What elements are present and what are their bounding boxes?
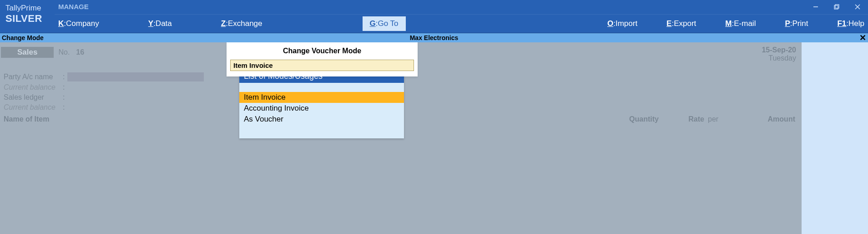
maximize-icon: [834, 4, 839, 10]
popup-title: Change Voucher Mode: [227, 42, 418, 60]
brand-edition: SILVER: [5, 13, 55, 25]
menu-email[interactable]: M:E-mail: [722, 16, 759, 31]
sub-bar: Change Mode Max Electronics ✕: [0, 33, 868, 42]
manage-row: MANAGE: [55, 0, 868, 15]
close-icon: [855, 4, 860, 10]
menu-company[interactable]: K:Company: [55, 16, 103, 31]
voucher-no-label: No.: [58, 48, 70, 56]
panel-close-button[interactable]: ✕: [859, 33, 866, 43]
voucher-type-badge: Sales: [1, 47, 54, 58]
col-qty: Quantity: [595, 115, 659, 123]
main-panel: Sales No. 16 15-Sep-20 Tuesday Party A/c…: [0, 42, 802, 234]
voucher-day: Tuesday: [762, 54, 796, 62]
minimize-button[interactable]: [805, 0, 826, 14]
voucher-no-value: 16: [76, 48, 84, 56]
voucher-date: 15-Sep-20: [762, 46, 796, 54]
svg-rect-1: [834, 5, 838, 9]
company-name: Max Electronics: [410, 34, 459, 41]
svg-rect-2: [835, 5, 839, 8]
brand: TallyPrime SILVER: [0, 0, 55, 33]
dropdown-item-item-invoice[interactable]: Item Invoice: [239, 92, 404, 103]
col-per: per: [704, 115, 732, 123]
menu-bar: K:Company Y:Data Z:Exchange G:Go To O:Im…: [55, 15, 868, 33]
balance-label-2: Current balance: [4, 103, 63, 112]
menu-goto[interactable]: G:Go To: [363, 16, 406, 31]
right-panel: [802, 42, 868, 234]
dropdown-item-as-voucher[interactable]: As Voucher: [239, 114, 404, 125]
change-voucher-mode-popup: Change Voucher Mode Item Invoice: [227, 42, 418, 76]
ledger-label: Sales ledger: [4, 93, 63, 102]
balance-label-1: Current balance: [4, 83, 63, 92]
manage-label[interactable]: MANAGE: [58, 3, 89, 11]
menu-data[interactable]: Y:Data: [145, 16, 176, 31]
party-input[interactable]: [67, 72, 204, 81]
party-label: Party A/c name: [4, 73, 63, 81]
close-button[interactable]: [847, 0, 868, 14]
brand-name: TallyPrime: [5, 4, 55, 13]
change-mode-label: Change Mode: [0, 34, 44, 41]
maximize-button[interactable]: [826, 0, 847, 14]
menu-help[interactable]: F1:Help: [833, 16, 868, 31]
window-controls: [805, 0, 868, 14]
col-amount: Amount: [732, 115, 795, 123]
date-block: 15-Sep-20 Tuesday: [762, 46, 796, 62]
popup-input[interactable]: Item Invoice: [230, 60, 414, 71]
menu-print[interactable]: P:Print: [781, 16, 812, 31]
menu-export[interactable]: E:Export: [663, 16, 700, 31]
minimize-icon: [813, 4, 818, 10]
col-rate: Rate: [659, 115, 704, 123]
menu-exchange[interactable]: Z:Exchange: [217, 16, 266, 31]
modes-dropdown: List of Modes/Usages Item Invoice Accoun…: [239, 70, 404, 138]
dropdown-item-accounting-invoice[interactable]: Accounting Invoice: [239, 103, 404, 114]
title-bar: TallyPrime SILVER MANAGE K:Company Y:Dat…: [0, 0, 868, 33]
menu-import[interactable]: O:Import: [604, 16, 641, 31]
